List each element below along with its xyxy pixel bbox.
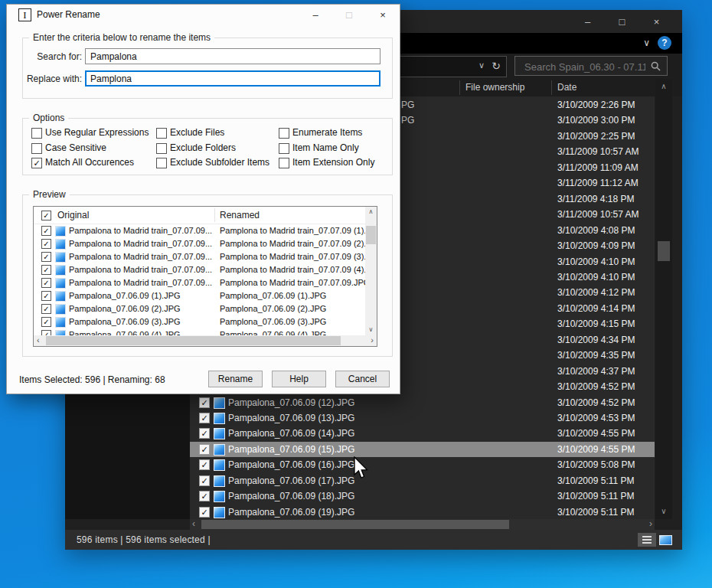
rename-button[interactable]: Rename (208, 371, 263, 387)
search-box[interactable] (514, 56, 668, 76)
option-checkbox[interactable] (156, 128, 167, 139)
scroll-left-icon[interactable]: ‹ (37, 335, 40, 346)
scroll-down-icon[interactable]: ∨ (365, 325, 377, 335)
vertical-scrollbar[interactable]: ∧ ∨ (655, 79, 672, 519)
preview-vertical-scrollbar[interactable]: ∧ ∨ (365, 207, 377, 335)
image-file-icon (214, 397, 225, 409)
file-row[interactable]: ✓Pampalona_07.06.09 (16).JPG3/10/2009 5:… (190, 457, 655, 472)
horizontal-scrollbar[interactable]: ‹ › (190, 519, 655, 530)
row-checkbox[interactable]: ✓ (41, 265, 51, 275)
scroll-up-icon[interactable]: ∧ (365, 207, 377, 217)
file-row[interactable]: ✓Pampalona_07.06.09 (14).JPG3/10/2009 4:… (190, 426, 655, 441)
preview-row[interactable]: ✓Pampalona to Madrid train_07.07.09...Pa… (34, 250, 365, 263)
file-date: 3/10/2009 4:10 PM (557, 272, 635, 283)
row-checkbox[interactable]: ✓ (199, 459, 210, 470)
option-checkbox[interactable]: ✓ (31, 158, 42, 168)
option-label: Exclude Folders (170, 142, 236, 153)
column-header-date[interactable]: Date (557, 82, 576, 93)
option-checkbox[interactable] (156, 158, 167, 168)
select-all-checkbox[interactable]: ✓ (41, 211, 51, 220)
address-dropdown-chevron-icon[interactable]: ∨ (478, 60, 485, 70)
search-for-input[interactable] (85, 48, 380, 64)
option-label: Exclude Files (170, 127, 224, 138)
minimize-icon: – (312, 9, 318, 21)
explorer-minimize-button[interactable]: – (570, 10, 605, 33)
dialog-minimize-button[interactable]: – (299, 5, 332, 25)
original-name: Pampalona to Madrid train_07.07.09... (69, 226, 212, 235)
vertical-scrollbar-thumb[interactable] (658, 241, 670, 261)
preview-vscroll-thumb[interactable] (366, 226, 376, 244)
scroll-right-icon[interactable]: › (371, 335, 374, 346)
column-separator[interactable] (214, 208, 215, 222)
minimize-icon: – (585, 16, 590, 28)
dialog-close-button[interactable]: × (366, 5, 400, 25)
file-row[interactable]: ✓Pampalona_07.06.09 (17).JPG3/10/2009 5:… (190, 473, 655, 488)
file-row[interactable]: ✓Pampalona_07.06.09 (15).JPG3/10/2009 4:… (190, 442, 655, 457)
file-date: 3/10/2009 5:11 PM (557, 491, 635, 501)
row-checkbox[interactable]: ✓ (199, 444, 210, 455)
column-header-original[interactable]: Original (57, 210, 89, 220)
horizontal-scrollbar-thumb[interactable] (201, 520, 509, 529)
thumbnail-view-button[interactable] (656, 533, 674, 547)
file-date: 3/10/2009 4:35 PM (557, 350, 635, 361)
row-checkbox[interactable]: ✓ (199, 413, 210, 423)
option-checkbox[interactable] (279, 158, 289, 168)
replace-with-input[interactable] (85, 70, 380, 87)
scroll-left-icon[interactable]: ‹ (192, 519, 195, 530)
column-separator[interactable] (459, 80, 460, 95)
file-date: 3/10/2009 4:12 PM (557, 287, 635, 298)
row-checkbox[interactable]: ✓ (41, 278, 51, 288)
file-date: 3/11/2009 10:57 AM (557, 209, 639, 220)
explorer-maximize-button[interactable]: □ (605, 10, 639, 33)
preview-hscroll-thumb[interactable] (46, 336, 341, 345)
row-checkbox[interactable]: ✓ (199, 397, 210, 408)
dialog-title: Power Rename (37, 9, 100, 20)
column-header-file-ownership[interactable]: File ownership (465, 82, 524, 93)
file-row[interactable]: ✓Pampalona_07.06.09 (18).JPG3/10/2009 5:… (190, 488, 655, 504)
row-checkbox[interactable]: ✓ (41, 291, 51, 301)
refresh-icon[interactable]: ↻ (492, 60, 501, 72)
help-button[interactable]: Help (272, 371, 326, 387)
scroll-up-icon[interactable]: ∧ (655, 80, 672, 93)
preview-row[interactable]: ✓Pampalona_07.06.09 (1).JPGPamplona_07.0… (34, 289, 365, 302)
column-separator[interactable] (551, 80, 552, 95)
original-name: Pampalona_07.06.09 (2).JPG (69, 304, 181, 313)
row-checkbox[interactable]: ✓ (41, 304, 51, 314)
row-checkbox[interactable]: ✓ (41, 317, 51, 327)
cancel-button[interactable]: Cancel (335, 371, 390, 387)
details-view-button[interactable] (638, 533, 656, 547)
preview-row[interactable]: ✓Pampalona to Madrid train_07.07.09...Pa… (34, 237, 365, 250)
preview-row[interactable]: ✓Pampalona to Madrid train_07.07.09...Pa… (34, 276, 365, 289)
column-header-renamed[interactable]: Renamed (220, 210, 260, 220)
preview-row[interactable]: ✓Pampalona_07.06.09 (3).JPGPamplona_07.0… (34, 315, 365, 328)
scroll-down-icon[interactable]: ∨ (655, 505, 672, 518)
row-checkbox[interactable]: ✓ (41, 330, 51, 335)
row-checkbox[interactable]: ✓ (199, 507, 210, 518)
image-file-icon (55, 278, 66, 289)
option-checkbox[interactable] (279, 143, 289, 154)
option-checkbox[interactable] (31, 128, 42, 139)
row-checkbox[interactable]: ✓ (199, 475, 210, 486)
preview-row[interactable]: ✓Pampalona to Madrid train_07.07.09...Pa… (34, 224, 365, 237)
row-checkbox[interactable]: ✓ (41, 226, 51, 236)
preview-horizontal-scrollbar[interactable]: ‹ › (34, 335, 377, 346)
row-checkbox[interactable]: ✓ (41, 239, 51, 249)
row-checkbox[interactable]: ✓ (199, 491, 210, 501)
dialog-titlebar[interactable]: I Power Rename – □ × (7, 5, 400, 25)
row-checkbox[interactable]: ✓ (199, 428, 210, 439)
help-icon[interactable]: ? (658, 36, 671, 50)
file-row[interactable]: ✓Pampalona_07.06.09 (12).JPG3/10/2009 4:… (190, 395, 655, 410)
scroll-right-icon[interactable]: › (649, 519, 652, 530)
preview-row[interactable]: ✓Pampalona_07.06.09 (4).JPGPamplona_07.0… (34, 328, 365, 335)
preview-row[interactable]: ✓Pampalona_07.06.09 (2).JPGPamplona_07.0… (34, 302, 365, 315)
ribbon-expand-chevron-icon[interactable]: ∨ (643, 38, 650, 48)
file-row[interactable]: ✓Pampalona_07.06.09 (13).JPG3/10/2009 4:… (190, 410, 655, 426)
preview-row[interactable]: ✓Pampalona to Madrid train_07.07.09...Pa… (34, 263, 365, 276)
option-checkbox[interactable] (156, 143, 167, 154)
option-checkbox[interactable] (31, 143, 42, 154)
option-checkbox[interactable] (279, 128, 289, 139)
explorer-close-button[interactable]: × (639, 10, 674, 33)
file-row[interactable]: ✓Pampalona_07.06.09 (19).JPG3/10/2009 5:… (190, 505, 655, 519)
search-input[interactable] (523, 57, 647, 76)
row-checkbox[interactable]: ✓ (41, 252, 51, 262)
